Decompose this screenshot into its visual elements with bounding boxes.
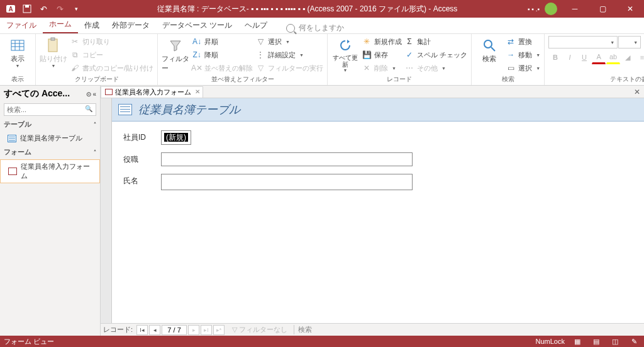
underline-button[interactable]: U: [577, 50, 591, 64]
sort-desc-button[interactable]: Z↓降順: [192, 48, 253, 61]
view-datasheet-icon[interactable]: ▤: [590, 337, 602, 346]
bullets-button[interactable]: ≔: [641, 35, 644, 49]
field-input-id[interactable]: (新規): [161, 130, 191, 145]
qat-undo-icon[interactable]: ↶: [36, 2, 50, 16]
status-left: フォーム ビュー: [4, 337, 54, 346]
sort-asc-button[interactable]: A↓昇順: [192, 35, 253, 48]
highlight-button[interactable]: ab: [606, 50, 620, 64]
field-label-name: 氏名: [123, 174, 161, 186]
fill-color-button[interactable]: ◢: [621, 50, 635, 64]
group-sort-filter: フィルター A↓昇順 Z↓降順 A✕並べ替えの解除 ▽選択▼ ⋮詳細設定▼ ▽フ…: [158, 34, 328, 85]
tab-home[interactable]: ホーム: [43, 16, 78, 33]
recnav-prev-button[interactable]: ◂: [149, 325, 160, 335]
save-record-button[interactable]: 💾保存: [362, 48, 402, 61]
field-input-role[interactable]: [161, 152, 413, 166]
qat-save-icon[interactable]: [20, 2, 34, 16]
svg-rect-10: [51, 38, 55, 40]
font-family-select[interactable]: ▼: [548, 36, 618, 48]
tab-file[interactable]: ファイル: [0, 18, 43, 33]
nav-search-input[interactable]: [4, 103, 96, 116]
table-icon: [8, 135, 16, 142]
minimize-button[interactable]: ─: [561, 0, 589, 18]
nav-item-table1[interactable]: 従業員名簿テーブル: [0, 132, 100, 145]
chevron-down-icon: ▼: [16, 64, 20, 68]
font-color-button[interactable]: A: [592, 50, 606, 64]
paste-button[interactable]: 貼り付け ▼: [40, 35, 67, 68]
record-selector[interactable]: [101, 98, 112, 323]
spelling-button[interactable]: ✓スペル チェック: [404, 48, 467, 61]
nav-collapse-icon[interactable]: «: [92, 91, 96, 98]
select-button[interactable]: ▭選択▼: [506, 62, 540, 74]
format-painter-button[interactable]: 🖌書式のコピー/貼り付け: [70, 62, 153, 74]
tab-external-data[interactable]: 外部データ: [106, 18, 156, 33]
chevron-down-icon: ▼: [633, 40, 638, 45]
view-form-icon[interactable]: ▦: [571, 337, 584, 346]
form-icon: [105, 89, 113, 95]
tell-me[interactable]: 何をしますか: [286, 23, 344, 33]
toggle-filter-icon: ▽: [255, 63, 265, 73]
copy-button[interactable]: ⧉コピー: [70, 48, 153, 61]
recnav-position[interactable]: [162, 325, 187, 335]
find-button[interactable]: 検索: [475, 35, 503, 64]
field-input-name[interactable]: [161, 174, 413, 190]
filter-button[interactable]: フィルター: [162, 35, 189, 73]
view-design-icon[interactable]: ✎: [628, 337, 640, 346]
align-left-button[interactable]: ≡: [635, 50, 644, 64]
group-clipboard-label: クリップボード: [40, 75, 153, 85]
replace-button[interactable]: ⇄置換: [506, 35, 540, 48]
more-button[interactable]: ⋯その他▼: [404, 62, 467, 74]
tab-database-tools[interactable]: データベース ツール: [156, 18, 238, 33]
titlebar-dots: ▪ ▪ .▪: [528, 6, 540, 13]
italic-button[interactable]: I: [563, 50, 577, 64]
refresh-all-button[interactable]: すべて更新 ▼: [331, 35, 359, 72]
group-text-formatting: ▼ ▼ ≔ ≡ ⇤ ⇥ ¶ ¶ B I U A ab ◢ ≡ ≡: [545, 34, 644, 85]
nav-section-tables[interactable]: テーブル˄: [0, 117, 100, 132]
chevron-down-icon: ▼: [343, 68, 348, 72]
advanced-button[interactable]: ⋮詳細設定▼: [255, 48, 323, 61]
document-tab[interactable]: 従業員名簿入力フォーム ✕: [101, 86, 203, 98]
tab-create[interactable]: 作成: [78, 18, 106, 33]
delete-record-button[interactable]: ✕削除▼: [362, 62, 402, 74]
tell-me-label: 何をしますか: [299, 23, 344, 33]
nav-dropdown-icon[interactable]: ⊙: [86, 91, 91, 98]
font-size-select[interactable]: ▼: [618, 36, 641, 48]
goto-button[interactable]: →移動▼: [506, 48, 540, 61]
group-view: 表示 ▼ 表示: [0, 34, 36, 85]
qat-customize-icon[interactable]: ▾: [69, 2, 83, 16]
nav-item-form1[interactable]: 従業員名簿入力フォーム: [0, 159, 100, 183]
group-view-label: 表示: [4, 75, 31, 85]
group-records-label: レコード: [331, 75, 467, 85]
bold-button[interactable]: B: [548, 50, 562, 64]
main-area: すべての Acce... ⊙ « 🔍 テーブル˄ 従業員名簿テーブル フォーム˄…: [0, 86, 644, 336]
close-all-icon[interactable]: ✕: [630, 88, 644, 96]
toggle-filter-button[interactable]: ▽フィルターの実行: [255, 62, 323, 74]
paste-icon: [45, 37, 62, 54]
close-tab-icon[interactable]: ✕: [195, 88, 200, 95]
remove-sort-button[interactable]: A✕並べ替えの解除: [192, 62, 253, 74]
recnav-search[interactable]: 検索: [294, 325, 312, 334]
cut-button[interactable]: ✂切り取り: [70, 35, 153, 48]
recnav-filter[interactable]: ▽フィルターなし: [232, 325, 287, 334]
recnav-last-button[interactable]: ▸I: [201, 325, 212, 335]
svg-text:A: A: [8, 6, 13, 13]
account-avatar-icon[interactable]: [545, 3, 557, 15]
chevron-down-icon: ▼: [392, 66, 396, 71]
titlebar: A ↶ ↷ ▾ 従業員名簿 : データベース- ▪ ▪ ▪▪▪ ▪ ▪ ▪ ▪▪…: [0, 0, 644, 18]
group-textfmt-label: テキストの書式設定: [548, 75, 644, 85]
paste-label: 貼り付け: [40, 54, 67, 64]
find-icon: [480, 37, 498, 54]
close-button[interactable]: ✕: [616, 0, 644, 18]
nav-section-forms[interactable]: フォーム˄: [0, 145, 100, 159]
recnav-first-button[interactable]: I◂: [136, 325, 148, 335]
selection-icon: ▽: [255, 37, 265, 47]
new-record-button[interactable]: ✳新規作成: [362, 35, 402, 48]
maximize-button[interactable]: ▢: [589, 0, 616, 18]
qat-redo-icon[interactable]: ↷: [53, 2, 67, 16]
recnav-new-button[interactable]: ▸*: [213, 325, 225, 335]
view-button[interactable]: 表示 ▼: [4, 35, 31, 68]
selection-button[interactable]: ▽選択▼: [255, 35, 323, 48]
view-layout-icon[interactable]: ◫: [609, 337, 621, 346]
recnav-next-button[interactable]: ▸: [188, 325, 199, 335]
tab-help[interactable]: ヘルプ: [238, 18, 274, 33]
totals-button[interactable]: Σ集計: [404, 35, 467, 48]
